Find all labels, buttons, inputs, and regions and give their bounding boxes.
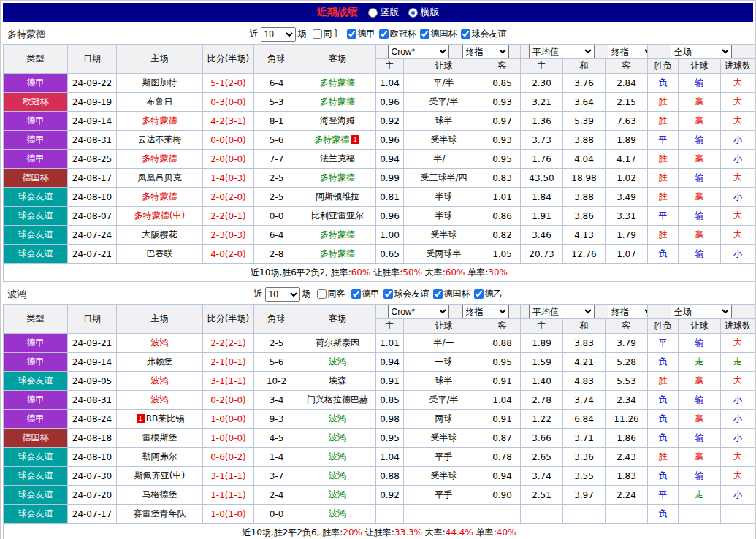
home-team-link[interactable]: 赛雷堡青年队 [134, 508, 186, 519]
matches-label: 场 [302, 288, 311, 300]
avg-final-select[interactable]: 终指 [608, 305, 648, 318]
league-filter[interactable]: 球会友谊 [383, 288, 429, 300]
same-venue-checkbox[interactable] [317, 289, 327, 299]
away-team-link[interactable]: 法兰克福 [320, 153, 355, 164]
away-team-link[interactable]: 阿斯顿维拉 [316, 191, 359, 202]
match-row: 球会友谊24-07-20马格德堡1-1(1-1)2-4波鸿0.92平手0.902… [4, 486, 755, 505]
same-venue-filter[interactable]: 同主 [313, 28, 341, 40]
league-filter[interactable]: 德甲 [351, 288, 380, 300]
league-checkbox[interactable] [379, 29, 389, 39]
league-filter[interactable]: 德国杯 [420, 28, 457, 40]
summary-stat-value: 60% [446, 267, 465, 278]
away-team-link[interactable]: 多特蒙德 [320, 96, 355, 107]
home-team-link[interactable]: 巴吞联 [147, 248, 173, 259]
corners: 2-5 [254, 188, 299, 207]
away-team-link[interactable]: 波鸿 [329, 470, 346, 481]
home-team-link[interactable]: 多特蒙德 [142, 115, 177, 126]
league-filter[interactable]: 球会友谊 [461, 28, 507, 40]
home-team-link[interactable]: 大阪樱花 [142, 229, 177, 240]
away-team-link[interactable]: 多特蒙德 [320, 229, 355, 240]
away-team-link[interactable]: 波鸿 [329, 356, 346, 367]
home-team-cell: 斯佩齐亚(中) [117, 467, 203, 486]
result-goals: 小 [721, 391, 755, 410]
result-handicap: 赢 [679, 112, 721, 131]
odds-company-select[interactable]: Crow* [388, 45, 449, 58]
league-checkbox[interactable] [383, 289, 393, 299]
league-filter[interactable]: 德乙 [474, 288, 503, 300]
league-label: 德甲 [362, 288, 380, 300]
home-team-link[interactable]: 斯图加特 [142, 77, 177, 88]
away-team-link[interactable]: 多特蒙德 [315, 134, 350, 145]
league-filter[interactable]: 欧冠杯 [379, 28, 416, 40]
home-team-link[interactable]: 多特蒙德 [142, 191, 177, 202]
home-team-link[interactable]: RB莱比锡 [146, 413, 185, 424]
avg-select[interactable]: 平均值 [529, 305, 595, 318]
away-team-link[interactable]: 门兴格拉德巴赫 [307, 394, 368, 405]
home-team-cell: 凤凰吕贝克 [117, 169, 203, 188]
away-team-link[interactable]: 波鸿 [329, 432, 346, 443]
league-checkbox[interactable] [420, 29, 429, 39]
away-team-link[interactable]: 多特蒙德 [320, 172, 355, 183]
home-team-link[interactable]: 雷根斯堡 [142, 432, 177, 443]
away-team-link[interactable]: 海登海姆 [320, 115, 355, 126]
league-checkbox[interactable] [474, 289, 484, 299]
odds-handicap [404, 505, 484, 524]
match-score: 0-2(0-0) [203, 391, 254, 410]
home-team-link[interactable]: 云达不莱梅 [138, 134, 182, 145]
home-team-link[interactable]: 马格德堡 [142, 489, 177, 500]
league-checkbox[interactable] [347, 29, 356, 39]
radio-icon[interactable] [368, 8, 378, 18]
result-goals: 大 [721, 93, 755, 112]
away-team-link[interactable]: 多特蒙德 [320, 77, 355, 88]
home-team-link[interactable]: 多特蒙德(中) [134, 210, 185, 221]
view-option[interactable]: 竖版 [368, 6, 400, 19]
home-team-link[interactable]: 弗赖堡 [147, 356, 173, 367]
avg-final-select[interactable]: 终指 [608, 45, 648, 58]
recent-count-select[interactable]: 10 [265, 287, 300, 302]
away-team-link[interactable]: 埃森 [329, 375, 346, 386]
corners: 2-5 [254, 334, 299, 353]
away-team-link[interactable]: 多特蒙德 [320, 248, 355, 259]
league-checkbox[interactable] [351, 289, 361, 299]
competition-badge: 德甲 [4, 334, 68, 353]
league-filter[interactable]: 德国杯 [433, 288, 470, 300]
scope-select[interactable]: 全场 [671, 305, 732, 318]
result-goals: 走 [721, 353, 755, 372]
home-team-link[interactable]: 凤凰吕贝克 [138, 172, 182, 183]
competition-badge: 球会友谊 [4, 448, 68, 467]
home-team-link[interactable]: 勒阿弗尔 [142, 451, 177, 462]
home-team-link[interactable]: 波鸿 [151, 394, 169, 405]
league-checkbox[interactable] [433, 289, 443, 299]
away-team-link[interactable]: 比利亚雷亚尔 [311, 210, 364, 221]
away-team-link[interactable]: 荷尔斯泰因 [316, 337, 359, 348]
col-header-type: 类型 [4, 45, 68, 74]
odds-home: 1.01 [376, 334, 404, 353]
away-team-link[interactable]: 波鸿 [329, 451, 346, 462]
same-venue-checkbox[interactable] [313, 29, 322, 39]
home-team-link[interactable]: 斯佩齐亚(中) [134, 470, 185, 481]
home-team-link[interactable]: 波鸿 [151, 375, 169, 386]
odds-away [484, 505, 521, 524]
home-team-link[interactable]: 波鸿 [151, 337, 169, 348]
radio-icon[interactable] [408, 8, 418, 18]
odds-company-select[interactable]: Crow* [388, 305, 449, 318]
view-option[interactable]: 横版 [408, 6, 440, 19]
same-venue-filter[interactable]: 同客 [317, 288, 345, 300]
home-team-link[interactable]: 布鲁日 [147, 96, 173, 107]
away-team-link[interactable]: 波鸿 [329, 489, 346, 500]
away-team-link[interactable]: 波鸿 [329, 508, 346, 519]
avg-select[interactable]: 平均值 [529, 45, 595, 58]
league-filter[interactable]: 德甲 [347, 28, 375, 40]
home-team-link[interactable]: 多特蒙德 [142, 153, 177, 164]
match-row: 德甲24-09-14弗赖堡2-1(0-1)5-6波鸿0.94一球0.951.59… [4, 353, 755, 372]
away-team-link[interactable]: 波鸿 [329, 413, 346, 424]
recent-count-select[interactable]: 10 [261, 27, 296, 42]
odds-final-select[interactable]: 终指 [462, 305, 509, 318]
col-header-odds-handicap: 让球 [404, 319, 484, 334]
odds-final-select[interactable]: 终指 [462, 45, 509, 58]
scope-select[interactable]: 全场 [671, 45, 732, 58]
page-title: 近期战绩 [317, 6, 358, 19]
team-bar: 多特蒙德 近 10 场 同主 德甲欧冠杯德国杯球会友谊 [3, 24, 753, 44]
summary-stat-value: 20% [343, 527, 362, 538]
league-checkbox[interactable] [461, 29, 470, 39]
